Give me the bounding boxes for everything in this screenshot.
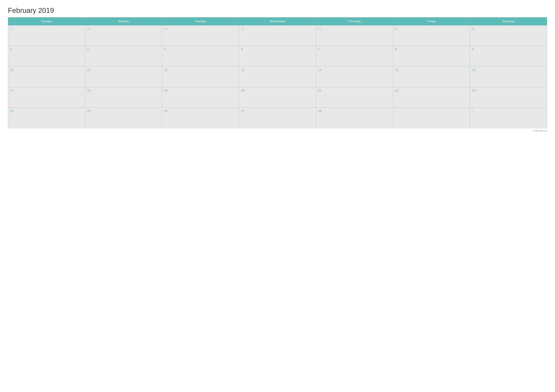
day-number: 19 [164, 89, 167, 92]
calendar-day-cell[interactable]: 2 [470, 25, 547, 46]
day-number: 11 [87, 68, 90, 72]
calendar-day-cell[interactable]: 28 [85, 25, 162, 46]
calendar-day-cell[interactable]: 9 [470, 46, 547, 67]
day-number: 15 [395, 68, 399, 72]
calendar-day-cell[interactable]: 19 [162, 87, 239, 108]
calendar-day-cell[interactable]: 16 [470, 67, 547, 87]
day-number: 10 [10, 68, 14, 72]
calendar-day-cell[interactable]: 27 [8, 25, 85, 46]
calendar-week-row: 17181920212223 [8, 87, 547, 108]
day-number: 25 [87, 109, 90, 113]
calendar-day-cell[interactable]: 4 [85, 46, 162, 67]
day-number: 1 [395, 27, 397, 30]
day-number: 16 [472, 68, 475, 72]
calendar-week-row: 242526272812 [8, 108, 547, 128]
day-number: 27 [10, 27, 14, 30]
day-number: 1 [395, 109, 397, 113]
calendar-header-wednesday: Wednesday [239, 17, 316, 25]
calendar-week-row: 3456789 [8, 46, 547, 67]
calendar-header-row: SundayMondayTuesdayWednesdayThursdayFrid… [8, 17, 547, 25]
calendar-header-tuesday: Tuesday [162, 17, 239, 25]
day-number: 7 [318, 48, 320, 51]
footer-credit: iCalendars.net [8, 129, 547, 132]
calendar-day-cell[interactable]: 5 [162, 46, 239, 67]
day-number: 24 [10, 109, 14, 113]
calendar-day-cell[interactable]: 26 [162, 108, 239, 128]
calendar-header-saturday: Saturday [470, 17, 547, 25]
calendar-day-cell[interactable]: 12 [162, 67, 239, 87]
day-number: 5 [164, 48, 166, 51]
calendar-day-cell[interactable]: 8 [393, 46, 470, 67]
calendar-day-cell[interactable]: 21 [316, 87, 393, 108]
calendar-day-cell[interactable]: 17 [8, 87, 85, 108]
calendar-day-cell[interactable]: 29 [162, 25, 239, 46]
calendar-day-cell[interactable]: 10 [8, 67, 85, 87]
calendar-day-cell[interactable]: 6 [239, 46, 316, 67]
calendar-table: SundayMondayTuesdayWednesdayThursdayFrid… [8, 17, 547, 128]
day-number: 29 [164, 27, 167, 30]
calendar-day-cell[interactable]: 20 [239, 87, 316, 108]
calendar-header-sunday: Sunday [8, 17, 85, 25]
day-number: 21 [318, 89, 321, 92]
day-number: 8 [395, 48, 397, 51]
calendar-day-cell[interactable]: 1 [393, 25, 470, 46]
day-number: 22 [395, 89, 399, 92]
calendar-day-cell[interactable]: 27 [239, 108, 316, 128]
day-number: 30 [241, 27, 244, 30]
day-number: 28 [318, 109, 321, 113]
calendar-day-cell[interactable]: 30 [239, 25, 316, 46]
day-number: 9 [472, 48, 474, 51]
calendar-header-thursday: Thursday [316, 17, 393, 25]
calendar-day-cell[interactable]: 11 [85, 67, 162, 87]
day-number: 2 [472, 27, 474, 30]
calendar-week-row: 272829303112 [8, 25, 547, 46]
calendar-header-monday: Monday [85, 17, 162, 25]
calendar-day-cell[interactable]: 15 [393, 67, 470, 87]
calendar-day-cell[interactable]: 14 [316, 67, 393, 87]
day-number: 26 [164, 109, 167, 113]
calendar-day-cell[interactable]: 24 [8, 108, 85, 128]
page-title: February 2019 [8, 6, 547, 14]
day-number: 14 [318, 68, 321, 72]
day-number: 27 [241, 109, 244, 113]
day-number: 28 [87, 27, 90, 30]
calendar-day-cell[interactable]: 18 [85, 87, 162, 108]
day-number: 18 [87, 89, 90, 92]
day-number: 13 [241, 68, 244, 72]
day-number: 4 [87, 48, 89, 51]
calendar-day-cell[interactable]: 2 [470, 108, 547, 128]
day-number: 6 [241, 48, 243, 51]
day-number: 12 [164, 68, 167, 72]
calendar-day-cell[interactable]: 3 [8, 46, 85, 67]
calendar-day-cell[interactable]: 13 [239, 67, 316, 87]
calendar-day-cell[interactable]: 22 [393, 87, 470, 108]
calendar-day-cell[interactable]: 28 [316, 108, 393, 128]
day-number: 17 [10, 89, 14, 92]
day-number: 31 [318, 27, 321, 30]
day-number: 20 [241, 89, 244, 92]
day-number: 2 [472, 109, 474, 113]
calendar-day-cell[interactable]: 31 [316, 25, 393, 46]
calendar-day-cell[interactable]: 25 [85, 108, 162, 128]
calendar-header-friday: Friday [393, 17, 470, 25]
calendar-week-row: 10111213141516 [8, 67, 547, 87]
calendar-day-cell[interactable]: 7 [316, 46, 393, 67]
day-number: 23 [472, 89, 475, 92]
day-number: 3 [10, 48, 12, 51]
calendar-day-cell[interactable]: 1 [393, 108, 470, 128]
calendar-day-cell[interactable]: 23 [470, 87, 547, 108]
calendar: SundayMondayTuesdayWednesdayThursdayFrid… [8, 17, 547, 128]
